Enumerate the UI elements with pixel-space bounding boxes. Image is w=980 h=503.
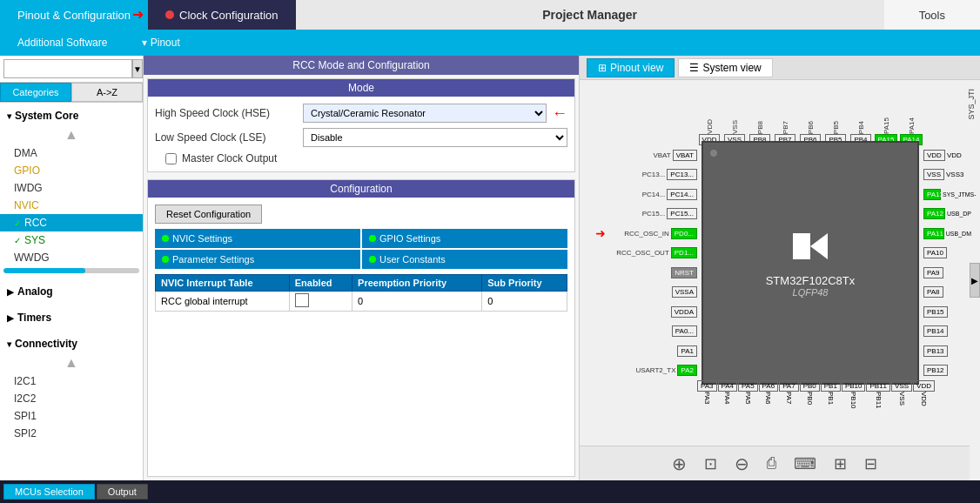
search-button[interactable]: ▼ <box>132 59 143 78</box>
sidebar-item-rcc[interactable]: ✓ RCC <box>0 214 143 231</box>
group-system-core: ▾ System Core ▲ DMA GPIO IWDG NVIC <box>0 103 143 278</box>
col-preemption: Preemption Priority <box>352 275 482 292</box>
pin-right-vdd: VDD VDD <box>923 150 971 161</box>
reset-config-button[interactable]: Reset Configuration <box>155 205 262 224</box>
search-bar: ▼ <box>0 56 143 83</box>
tab-pinout-view[interactable]: ⊞ Pinout view <box>587 58 675 77</box>
hse-select[interactable]: Crystal/Ceramic Resonator Disable Bypass… <box>303 104 547 123</box>
config-content: Reset Configuration NVIC Settings GPIO S… <box>148 198 574 319</box>
bottom-tab-output[interactable]: Output <box>97 484 148 500</box>
osc-arrow-icon: ➜ <box>595 226 606 240</box>
sidebar-item-spi1[interactable]: SPI1 <box>0 407 143 425</box>
table-row: RCC global interrupt 0 0 <box>156 292 567 312</box>
search-input[interactable] <box>3 59 132 78</box>
top-navigation: Pinout & Configuration Clock Configurati… <box>0 0 980 30</box>
pinout-label: Pinout & Configuration <box>17 9 131 22</box>
grid-icon: ⊞ <box>598 62 607 74</box>
master-clock-checkbox[interactable] <box>165 153 177 164</box>
gpio-dot-icon <box>369 235 376 242</box>
pin-right-pa11: PA11 USB_DM <box>923 228 971 239</box>
nvic-table: NVIC Interrupt Table Enabled Preemption … <box>155 274 567 312</box>
left-pins: VBAT VBAT PC13... PC13... PC14... PC14..… <box>614 145 697 380</box>
sidebar-item-sys[interactable]: ✓ SYS <box>0 231 143 249</box>
group-connectivity: ▾ Connectivity ▲ I2C1 I2C2 SPI1 SPI2 <box>0 331 143 446</box>
extra-button[interactable]: ⊟ <box>864 454 877 473</box>
pin-left-pa2: USART2_TX PA2 <box>614 365 697 376</box>
pin-left-pc14: PC14... PC14... <box>614 189 697 200</box>
pin-bot-pb10: PB10 PB10 <box>842 380 866 409</box>
bottom-toolbar: MCUs Selection Output <box>0 480 980 503</box>
check-icon: ✓ <box>14 218 21 228</box>
sidebar-item-wwdg[interactable]: WWDG <box>0 249 143 266</box>
table-icon: ☰ <box>689 62 699 74</box>
pin-right-vss: VSS VSS3 <box>923 169 971 180</box>
lse-row: Low Speed Clock (LSE) Disable Crystal/Ce… <box>155 128 567 147</box>
group-header-timers[interactable]: ▶ Timers <box>0 308 143 327</box>
enabled-checkbox[interactable] <box>295 293 309 307</box>
config-title: Configuration <box>148 180 574 198</box>
pin-left-pa1: PA1 <box>614 345 697 357</box>
scroll-right[interactable]: ▶ <box>970 263 980 298</box>
grid-button[interactable]: ⊞ <box>834 454 847 473</box>
chip-notch <box>710 150 717 157</box>
gpio-settings-button[interactable]: GPIO Settings <box>362 229 567 248</box>
master-clock-label: Master Clock Output <box>182 152 277 164</box>
sidebar-item-dma[interactable]: DMA <box>0 144 143 162</box>
group-header-analog[interactable]: ▶ Analog <box>0 282 143 301</box>
nvic-settings-button[interactable]: NVIC Settings <box>155 229 360 248</box>
arrow-indicator: ➜ <box>132 6 144 23</box>
sidebar-item-i2c1[interactable]: I2C1 <box>0 372 143 390</box>
right-panel: ⊞ Pinout view ☰ System view SYS_JTI VDD … <box>580 56 980 480</box>
nav-clock[interactable]: Clock Configuration ➜ <box>148 0 295 30</box>
keyboard-button[interactable]: ⌨ <box>794 454 816 473</box>
panel-title: RCC Mode and Configuration <box>144 56 579 75</box>
nav-pinout[interactable]: Pinout & Configuration <box>0 0 148 30</box>
subnav-pinout[interactable]: ▾ Pinout <box>133 37 188 49</box>
fit-view-button[interactable]: ⊡ <box>704 454 717 473</box>
pin-left-nrst: NRST <box>614 267 697 278</box>
sidebar: ▼ Categories A->Z ▾ System Core ▲ DMA <box>0 56 144 480</box>
pin-right-pb15: PB15 <box>923 306 971 318</box>
interrupt-enabled[interactable] <box>289 292 352 312</box>
group-header-connectivity[interactable]: ▾ Connectivity <box>0 334 143 353</box>
lse-select[interactable]: Disable Crystal/Ceramic Resonator <box>303 128 567 147</box>
check-icon-sys: ✓ <box>14 236 21 245</box>
config-section: Configuration Reset Configuration NVIC S… <box>147 179 575 477</box>
user-constants-button[interactable]: User Constants <box>362 250 567 269</box>
tab-az[interactable]: A->Z <box>71 83 143 102</box>
sidebar-item-i2c2[interactable]: I2C2 <box>0 390 143 407</box>
bottom-tab-mcu[interactable]: MCUs Selection <box>3 484 95 500</box>
nav-project[interactable]: Project Manager <box>296 0 884 30</box>
subnav-software[interactable]: Additional Software <box>9 37 116 49</box>
pin-right-pa9: PA9 <box>923 267 971 278</box>
zoom-in-button[interactable]: ⊕ <box>672 453 687 474</box>
nav-tools[interactable]: Tools <box>884 0 980 30</box>
tab-categories[interactable]: Categories <box>0 83 71 102</box>
bottom-pins: PA3 PA3 PA4 PA4 PA5 PA5 PA6 PA6 <box>697 380 923 428</box>
chip-name: STM32F102C8Tx <box>766 274 856 287</box>
pin-right-pa8: PA8 <box>923 286 971 298</box>
view-tabs: ⊞ Pinout view ☰ System view <box>580 56 980 80</box>
pin-bot-pa6: PA6 PA6 <box>759 380 779 405</box>
chevron-down-icon: ▾ <box>7 111 11 121</box>
zoom-controls: ⊕ ⊡ ⊖ ⎙ ⌨ ⊞ ⊟ <box>580 446 970 480</box>
clock-label: Clock Configuration <box>179 9 278 22</box>
group-header-system-core[interactable]: ▾ System Core <box>0 106 143 125</box>
pin-bot-vss: VSS VSS <box>891 380 912 406</box>
sidebar-item-nvic[interactable]: NVIC <box>0 197 143 214</box>
pin-right-pa12: PA12 USB_DP <box>923 208 971 219</box>
tab-system-view[interactable]: ☰ System view <box>678 58 772 77</box>
sidebar-item-spi2[interactable]: SPI2 <box>0 425 143 442</box>
pin-bot-vdd: VDD VDD <box>913 380 935 406</box>
sidebar-item-iwdg[interactable]: IWDG <box>0 179 143 197</box>
sidebar-item-gpio[interactable]: GPIO <box>0 162 143 179</box>
pin-right-pb14: PB14 <box>923 325 971 337</box>
chevron-right-icon: ▶ <box>7 287 14 297</box>
chip-container: VDD VDD VSS VSS PB8 PB8 PB7 PB7 <box>614 97 971 428</box>
parameter-settings-button[interactable]: Parameter Settings <box>155 250 360 269</box>
preemption-value: 0 <box>352 292 482 312</box>
lse-label: Low Speed Clock (LSE) <box>155 131 303 144</box>
screenshot-button[interactable]: ⎙ <box>767 454 776 473</box>
mode-title: Mode <box>148 79 574 97</box>
zoom-out-button[interactable]: ⊖ <box>735 453 749 474</box>
